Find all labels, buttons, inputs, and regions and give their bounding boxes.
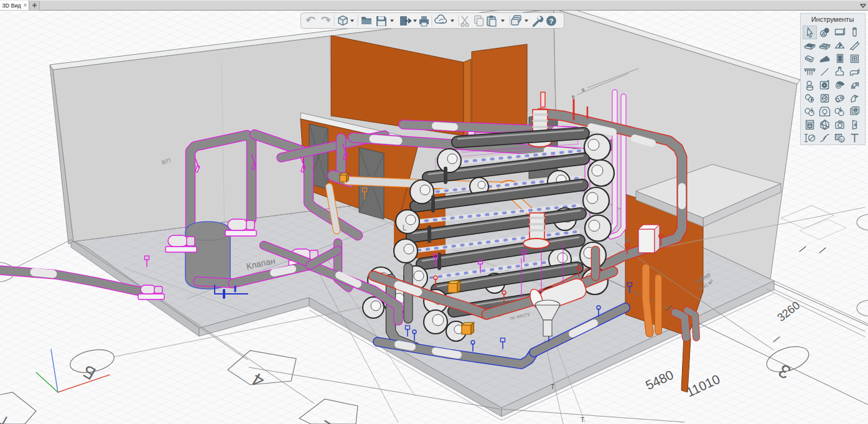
svg-text:Т: Т bbox=[551, 383, 555, 390]
svg-text:Инструменты: Инструменты bbox=[811, 16, 854, 23]
svg-text:3D Вид: 3D Вид bbox=[2, 2, 22, 9]
svg-text:Т: Т bbox=[581, 416, 585, 423]
svg-text:?: ? bbox=[549, 17, 553, 25]
svg-text:L: L bbox=[403, 224, 407, 232]
svg-text:×: × bbox=[24, 2, 27, 9]
